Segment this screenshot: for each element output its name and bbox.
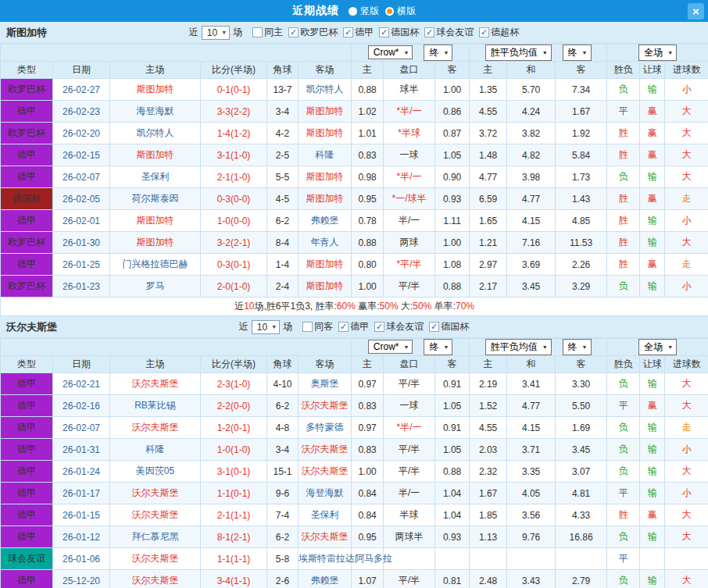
filter-checkbox[interactable]: 同主 [252, 26, 283, 39]
home-team-link[interactable]: RB莱比锡 [110, 395, 201, 417]
home-team-link[interactable]: 美因茨05 [110, 461, 201, 483]
match-row: 德甲26-01-25门兴格拉德巴赫0-3(0-1)1-4斯图加特0.80*平/半… [1, 254, 708, 276]
filter-checkbox[interactable]: ✓德超杯 [479, 26, 519, 39]
odds-average-select[interactable]: 胜平负均值▼ [485, 339, 552, 355]
radio-label: 竖版 [360, 5, 379, 18]
away-team-link[interactable]: 奥斯堡 [299, 373, 352, 395]
away-team-link[interactable]: 斯图加特 [299, 166, 352, 188]
home-team-link[interactable]: 斯图加特 [110, 144, 201, 166]
radio-selected-icon [385, 7, 394, 16]
score: 1-0(1-0) [201, 439, 267, 461]
corner-count: 7-4 [267, 504, 299, 526]
scope-select-value: 全场 [644, 340, 663, 354]
away-team-link[interactable]: 斯图加特 [299, 276, 352, 298]
checkbox-label: 球会友谊 [436, 26, 474, 39]
match-count-select[interactable]: 10▼ [202, 26, 230, 40]
away-team-link[interactable]: 年青人 [299, 232, 352, 254]
match-date: 26-02-16 [53, 395, 110, 417]
home-team-link[interactable]: 沃尔夫斯堡 [110, 570, 201, 588]
match-row: 德甲26-02-23海登海默3-3(2-2)3-4斯图加特1.02*半/一0.8… [1, 101, 708, 123]
final-odds-select-b[interactable]: 终▼ [563, 339, 592, 355]
away-odds: 0.91 [435, 373, 470, 395]
away-team-link[interactable]: 埃斯特雷拉达阿马多拉 [299, 548, 352, 570]
away-odds: 0.88 [435, 461, 470, 483]
home-team-link[interactable]: 沃尔夫斯堡 [110, 483, 201, 504]
away-team-link[interactable]: 斯图加特 [299, 101, 352, 123]
filter-checkbox[interactable]: ✓球会友谊 [424, 26, 474, 39]
filter-checkbox[interactable]: ✓欧罗巴杯 [288, 26, 338, 39]
handicap-result-flag: 输 [640, 79, 665, 101]
home-team-link[interactable]: 圣保利 [110, 166, 201, 188]
corner-count: 13-7 [267, 79, 299, 101]
handicap-line: 一球 [384, 395, 435, 417]
home-team-link[interactable]: 沃尔夫斯堡 [110, 373, 201, 395]
final-odds-select-a[interactable]: 终▼ [424, 45, 452, 61]
lose-odds: 1.69 [556, 417, 607, 439]
close-button[interactable]: × [688, 3, 704, 20]
europe-odds-filter-cell: 胜平负均值▼终▼ [470, 45, 607, 62]
home-team-link[interactable]: 沃尔夫斯堡 [110, 504, 201, 526]
layout-radio[interactable]: 横版 [385, 5, 416, 18]
checkbox-unchecked-icon [252, 27, 263, 37]
scope-select[interactable]: 全场▼ [638, 45, 677, 61]
home-team-link[interactable]: 罗马 [110, 276, 201, 298]
handicap-result-flag: 输 [640, 526, 665, 548]
away-team-link[interactable]: 凯尔特人 [299, 79, 352, 101]
handicap-result-flag: 输 [640, 232, 665, 254]
filter-checkbox[interactable]: ✓德甲 [343, 26, 374, 39]
match-row: 德国杯26-02-05荷尔斯泰因0-3(0-0)4-5斯图加特0.95*一/球半… [1, 188, 708, 210]
away-team-link[interactable]: 海登海默 [299, 483, 352, 504]
away-team-link[interactable]: 斯图加特 [299, 254, 352, 276]
bookmaker-select[interactable]: Crow*▼ [368, 45, 413, 59]
filter-checkbox[interactable]: ✓德国杯 [429, 320, 469, 333]
filter-checkbox[interactable]: ✓德国杯 [379, 26, 419, 39]
draw-odds: 3.98 [507, 166, 556, 188]
chevron-down-icon: ▼ [542, 344, 548, 350]
filter-checkbox[interactable]: 同客 [302, 320, 333, 333]
away-team-link[interactable]: 弗赖堡 [299, 210, 352, 232]
away-team-link[interactable]: 沃尔夫斯堡 [299, 439, 352, 461]
chevron-down-icon: ▼ [403, 344, 409, 350]
scope-select[interactable]: 全场▼ [638, 339, 677, 355]
competition-badge: 德甲 [1, 373, 53, 395]
away-team-link[interactable]: 科隆 [299, 144, 352, 166]
away-team-link[interactable]: 斯图加特 [299, 188, 352, 210]
away-team-link[interactable]: 斯图加特 [299, 123, 352, 144]
section-header: 沃尔夫斯堡 近 10▼ 场 同客✓德甲✓球会友谊✓德国杯 [0, 316, 708, 338]
away-team-link[interactable]: 沃尔夫斯堡 [299, 526, 352, 548]
home-team-link[interactable]: 海登海默 [110, 101, 201, 123]
match-row: 德甲26-01-12拜仁慕尼黑8-1(2-1)6-2沃尔夫斯堡0.95两球半0.… [1, 526, 708, 548]
match-count-select[interactable]: 10▼ [252, 320, 280, 334]
home-team-link[interactable]: 沃尔夫斯堡 [110, 417, 201, 439]
bookmaker-select[interactable]: Crow*▼ [368, 340, 413, 354]
win-odds: 2.32 [470, 461, 507, 483]
checkbox-unchecked-icon [302, 322, 313, 332]
away-team-link[interactable]: 圣保利 [299, 504, 352, 526]
filter-checkbox[interactable]: ✓德甲 [338, 320, 369, 333]
column-header: 角球 [267, 356, 299, 373]
away-team-link[interactable]: 沃尔夫斯堡 [299, 461, 352, 483]
home-team-link[interactable]: 门兴格拉德巴赫 [110, 254, 201, 276]
draw-odds: 4.77 [507, 188, 556, 210]
home-odds: 1.02 [352, 101, 384, 123]
filter-checkbox[interactable]: ✓球会友谊 [374, 320, 424, 333]
home-team-link[interactable]: 凯尔特人 [110, 123, 201, 144]
final-odds-select-b[interactable]: 终▼ [563, 45, 592, 61]
summary-segment: 70% [456, 301, 474, 312]
layout-radio[interactable]: 竖版 [349, 5, 379, 18]
home-team-link[interactable]: 斯图加特 [110, 232, 201, 254]
away-team-link[interactable]: 弗赖堡 [299, 570, 352, 588]
away-team-link[interactable]: 多特蒙德 [299, 417, 352, 439]
home-team-link[interactable]: 沃尔夫斯堡 [110, 548, 201, 570]
home-team-link[interactable]: 斯图加特 [110, 79, 201, 101]
home-odds: 1.00 [352, 276, 384, 298]
checkbox-label: 欧罗巴杯 [300, 26, 338, 39]
away-team-link[interactable]: 沃尔夫斯堡 [299, 395, 352, 417]
summary-segment: 场,胜6平1负3, 胜率: [254, 301, 336, 312]
home-team-link[interactable]: 科隆 [110, 439, 201, 461]
home-team-link[interactable]: 拜仁慕尼黑 [110, 526, 201, 548]
final-odds-select-a[interactable]: 终▼ [424, 339, 452, 355]
odds-average-select[interactable]: 胜平负均值▼ [485, 45, 552, 61]
home-team-link[interactable]: 斯图加特 [110, 210, 201, 232]
home-team-link[interactable]: 荷尔斯泰因 [110, 188, 201, 210]
